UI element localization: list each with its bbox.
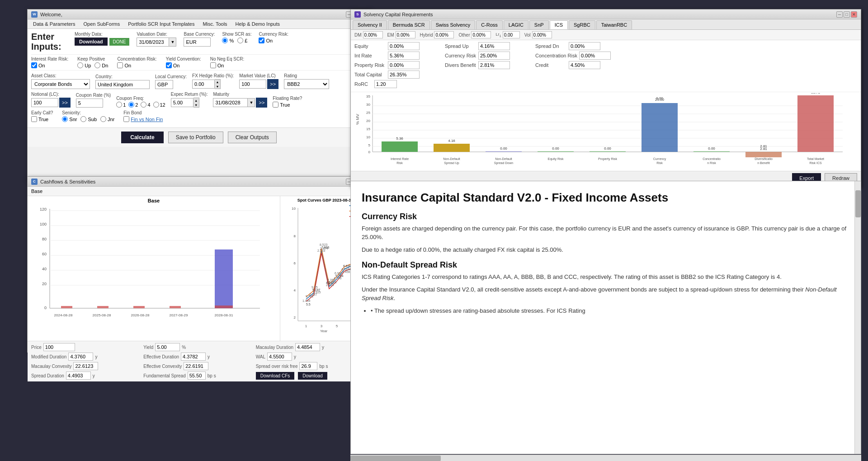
fx-hedge-up[interactable]: ▲: [215, 80, 220, 84]
snr-radio[interactable]: Snr: [62, 116, 77, 122]
mac-dur-input[interactable]: [295, 343, 320, 351]
sub-radio[interactable]: Sub: [80, 116, 97, 122]
maturity-cal-btn[interactable]: ▼: [247, 99, 255, 107]
menu-misc-tools[interactable]: Misc. Tools: [199, 20, 231, 28]
ics-em-input[interactable]: [396, 31, 415, 38]
rating-select[interactable]: BBB2: [284, 79, 329, 89]
ics-dm-input[interactable]: [363, 31, 383, 38]
calculate-button[interactable]: Calculate: [121, 132, 163, 143]
cf-download-btn[interactable]: Download: [298, 372, 327, 380]
bottom-scrollbar[interactable]: [350, 455, 861, 461]
up-radio-input[interactable]: [77, 62, 83, 68]
market-value-input[interactable]: [239, 80, 266, 89]
val-date-input[interactable]: ▼: [137, 38, 176, 47]
base-currency-input[interactable]: [184, 38, 211, 47]
coupon-rate-input[interactable]: [76, 99, 103, 108]
eff-conv-input[interactable]: [184, 362, 208, 370]
conc-risk-check[interactable]: [117, 62, 123, 68]
tab-lagic[interactable]: LAGIC: [504, 20, 528, 29]
notional-arrow[interactable]: >>: [59, 98, 71, 108]
ics-hybrid-input[interactable]: [434, 31, 454, 38]
dn-radio[interactable]: Dn: [94, 62, 108, 68]
ics-vol-input[interactable]: [532, 31, 552, 38]
asset-class-select[interactable]: Corporate Bonds: [31, 79, 90, 89]
early-call-checkbox[interactable]: True: [31, 116, 53, 122]
download-cfs-btn[interactable]: Download CFs: [256, 372, 295, 380]
scr-gbp-radio-input[interactable]: [237, 38, 243, 43]
freq-1-radio[interactable]: 1: [116, 102, 126, 108]
clear-outputs-button[interactable]: Clear Outputs: [228, 132, 277, 143]
maturity-input[interactable]: ▼: [213, 98, 255, 107]
tab-snp[interactable]: SnP: [529, 20, 549, 29]
fund-spread-input[interactable]: [188, 372, 206, 380]
maturity-arrow[interactable]: >>: [256, 98, 267, 108]
spread-dn-input[interactable]: [569, 42, 600, 50]
val-date-field[interactable]: [137, 38, 169, 46]
price-input[interactable]: [43, 343, 75, 351]
country-input[interactable]: [95, 80, 150, 89]
fin-vs-non-fin-link[interactable]: Fin vs Non Fin: [131, 117, 163, 122]
tab-sgrbc[interactable]: SgRBC: [569, 20, 595, 29]
total-capital-input[interactable]: [388, 71, 420, 79]
expec-return-input[interactable]: [171, 98, 193, 107]
local-currency-input[interactable]: [155, 80, 173, 89]
conc-risk-scr-input[interactable]: [579, 52, 611, 60]
freq-4-radio[interactable]: 4: [141, 102, 150, 108]
menu-portfolio-scr[interactable]: Portfolio SCR Input Templates: [124, 20, 198, 28]
calendar-btn[interactable]: ▼: [169, 38, 176, 46]
divers-input[interactable]: [478, 61, 510, 69]
fx-hedge-input[interactable]: [192, 80, 215, 89]
up-radio[interactable]: Up: [77, 62, 91, 68]
currency-risk-checkbox[interactable]: On: [259, 38, 288, 43]
scr-close[interactable]: ✕: [851, 11, 857, 18]
ir-risk-checkbox[interactable]: On: [31, 62, 68, 68]
floating-check[interactable]: [273, 102, 278, 108]
freq-2-radio[interactable]: 2: [128, 102, 138, 108]
fin-bond-checkbox[interactable]: Fin vs Non Fin: [123, 116, 163, 122]
early-call-check[interactable]: [31, 116, 37, 122]
fx-hedge-dn[interactable]: ▼: [215, 84, 220, 89]
menu-data-params[interactable]: Data & Parameters: [29, 20, 79, 28]
scr-minimize[interactable]: ─: [836, 11, 843, 18]
ics-other-input[interactable]: [471, 31, 491, 38]
wal-input[interactable]: [267, 353, 292, 361]
tab-solvency-ii[interactable]: Solvency II: [353, 20, 387, 29]
credit-input[interactable]: [569, 61, 600, 69]
show-scr-gbp-radio[interactable]: £: [237, 38, 247, 43]
menu-help[interactable]: Help & Demo Inputs: [232, 20, 283, 28]
done-button[interactable]: DONE: [109, 38, 130, 46]
prop-risk-input[interactable]: [388, 61, 420, 69]
scr-maximize[interactable]: □: [844, 11, 850, 18]
no-neg-checkbox[interactable]: On: [210, 62, 245, 68]
no-neg-check[interactable]: [210, 62, 216, 68]
tab-ics[interactable]: ICS: [550, 20, 568, 29]
maturity-field[interactable]: [213, 99, 247, 107]
int-rate-input[interactable]: [388, 52, 420, 60]
spread-rf-input[interactable]: [299, 362, 317, 370]
dn-radio-input[interactable]: [94, 62, 100, 68]
show-scr-pct-radio[interactable]: %: [222, 38, 234, 43]
yield-input[interactable]: [155, 343, 180, 351]
menu-open-subforms[interactable]: Open SubForms: [80, 20, 124, 28]
notional-input[interactable]: [31, 98, 58, 107]
rorc-input[interactable]: [374, 80, 397, 88]
doc-scrollbar[interactable]: [854, 181, 861, 454]
conc-risk-checkbox[interactable]: On: [117, 62, 156, 68]
currency-risk-input[interactable]: [478, 52, 510, 60]
tab-swiss[interactable]: Swiss Solvency: [431, 20, 475, 29]
market-value-arrow[interactable]: >>: [267, 79, 278, 89]
yield-conv-check[interactable]: [166, 62, 172, 68]
download-button[interactable]: Download: [75, 38, 108, 46]
scr-pct-radio-input[interactable]: [222, 38, 228, 43]
fin-bond-check[interactable]: [123, 116, 129, 122]
expec-dn[interactable]: ▼: [193, 103, 199, 107]
freq-12-radio[interactable]: 12: [153, 102, 165, 108]
ir-risk-check[interactable]: [31, 62, 37, 68]
jnr-radio[interactable]: Jnr: [100, 116, 114, 122]
currency-risk-check[interactable]: [259, 38, 264, 43]
mac-conv-input[interactable]: [73, 362, 98, 370]
equity-input[interactable]: [388, 42, 420, 50]
expec-up[interactable]: ▲: [193, 98, 199, 103]
scrollbar-thumb[interactable]: [855, 190, 861, 217]
tab-taiwan[interactable]: TaiwanRBC: [596, 20, 632, 29]
